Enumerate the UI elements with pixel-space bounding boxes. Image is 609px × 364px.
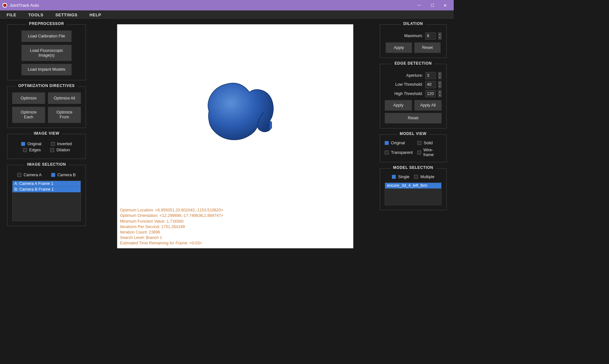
low-threshold-input[interactable] — [425, 81, 436, 88]
list-item[interactable]: B: Camera B Frame 1 — [12, 186, 81, 192]
maximize-button[interactable]: ☐ — [431, 3, 434, 7]
spin-down-icon[interactable]: ▼ — [438, 36, 442, 39]
model-selection-list[interactable]: encore_3d_4_left_fem — [385, 183, 442, 205]
image-view-edges[interactable]: Edges — [23, 148, 41, 153]
spin-down-icon[interactable]: ▼ — [438, 84, 442, 88]
edge-apply-all-button[interactable]: Apply All — [414, 100, 442, 111]
model-view-panel: MODEL VIEW Original Solid Transparent Wi… — [380, 134, 447, 162]
checkbox-icon — [392, 175, 396, 179]
checkbox-icon — [21, 142, 25, 146]
edge-detection-panel: EDGE DETECTION Aperture: ▲▼ Low Threshol… — [380, 64, 447, 129]
aperture-input[interactable] — [425, 72, 436, 79]
edge-reset-button[interactable]: Reset — [385, 113, 442, 123]
checkbox-icon — [51, 142, 55, 146]
dilation-apply-button[interactable]: Apply — [386, 43, 412, 53]
dilation-panel: DILATION Maximum: ▲▼ Apply Reset — [380, 24, 447, 58]
menu-file[interactable]: FILE — [7, 12, 16, 17]
checkbox-icon — [385, 141, 389, 145]
model-view-transparent[interactable]: Transparent — [385, 148, 413, 157]
image-view-dilation[interactable]: Dilation — [50, 148, 70, 153]
spin-down-icon[interactable]: ▼ — [438, 94, 442, 97]
load-calibration-button[interactable]: Load Calibration File — [21, 30, 71, 42]
checkbox-icon — [385, 151, 389, 154]
edge-apply-button[interactable]: Apply — [385, 100, 412, 111]
spin-down-icon[interactable]: ▼ — [438, 75, 442, 79]
status-overlay: Optimum Location: <8.959351,20.602043,-1… — [120, 207, 223, 246]
image-selection-list[interactable]: A: Camera A Frame 1 B: Camera B Frame 1 — [12, 181, 81, 221]
high-threshold-input[interactable] — [425, 90, 436, 97]
image-selection-title: IMAGE SELECTION — [25, 162, 69, 166]
dilation-max-input[interactable] — [425, 32, 436, 39]
image-view-inverted[interactable]: Inverted — [51, 142, 72, 146]
model-view-original[interactable]: Original — [385, 141, 413, 146]
checkbox-icon — [23, 148, 27, 152]
title-bar: JointTrack Auto — ☐ ✕ — [0, 0, 454, 11]
optimize-each-button[interactable]: Optimize Each — [12, 107, 45, 123]
window-title: JointTrack Auto — [10, 3, 39, 8]
high-threshold-label: High Threshold: — [394, 91, 423, 96]
optimization-title: OPTIMIZATION DIRECTIVES — [16, 83, 77, 88]
edge-detection-title: EDGE DETECTION — [392, 61, 434, 65]
viewport-3d[interactable]: Optimum Location: <8.959351,20.602043,-1… — [117, 24, 353, 248]
list-item[interactable]: A: Camera A Frame 1 — [12, 181, 81, 186]
optimize-from-button[interactable]: Optimize From — [48, 107, 81, 123]
aperture-label: Aperture: — [406, 73, 423, 78]
model-view-solid[interactable]: Solid — [418, 141, 442, 146]
image-selection-panel: IMAGE SELECTION Camera A Camera B A: Cam… — [7, 165, 86, 226]
spin-up-icon[interactable]: ▲ — [438, 72, 442, 75]
implant-model-render — [198, 74, 279, 148]
model-selection-title: MODEL SELECTION — [391, 166, 435, 170]
low-threshold-label: Low Threshold: — [395, 82, 423, 87]
preprocessor-panel: PREPROCESSOR Load Calibration File Load … — [7, 24, 86, 80]
load-fluoroscopic-button[interactable]: Load Fluoroscopic Image(s) — [21, 45, 71, 61]
menu-help[interactable]: HELP — [89, 12, 101, 17]
dilation-title: DILATION — [401, 22, 425, 26]
model-view-title: MODEL VIEW — [397, 132, 429, 136]
checkbox-icon — [418, 141, 421, 145]
model-sel-multiple[interactable]: Multiple — [414, 174, 434, 179]
checkbox-icon — [414, 175, 418, 179]
optimization-panel: OPTIMIZATION DIRECTIVES Optimize Optimiz… — [7, 86, 86, 128]
spin-up-icon[interactable]: ▲ — [438, 32, 442, 36]
spin-up-icon[interactable]: ▲ — [438, 81, 442, 84]
menu-tools[interactable]: TOOLS — [28, 12, 44, 17]
preprocessor-title: PREPROCESSOR — [27, 22, 67, 26]
list-item[interactable]: encore_3d_4_left_fem — [385, 183, 441, 188]
optimize-button[interactable]: Optimize — [12, 92, 45, 104]
image-view-original[interactable]: Original — [21, 142, 41, 146]
dilation-max-label: Maximum: — [404, 34, 423, 38]
dilation-reset-button[interactable]: Reset — [414, 43, 441, 53]
image-view-title: IMAGE VIEW — [31, 131, 62, 135]
checkbox-icon — [51, 173, 55, 177]
checkbox-icon — [50, 148, 54, 152]
close-button[interactable]: ✕ — [443, 3, 447, 7]
checkbox-icon — [418, 151, 421, 154]
model-selection-panel: MODEL SELECTION Single Multiple encore_3… — [380, 168, 447, 210]
optimize-all-button[interactable]: Optimize All — [48, 92, 81, 104]
camera-b-check[interactable]: Camera B — [51, 172, 76, 177]
spin-up-icon[interactable]: ▲ — [438, 90, 442, 94]
minimize-button[interactable]: — — [417, 3, 421, 7]
app-icon — [2, 3, 7, 8]
load-implant-button[interactable]: Load Implant Models — [21, 64, 71, 75]
camera-a-check[interactable]: Camera A — [17, 172, 42, 177]
menu-bar: FILE TOOLS SETTINGS HELP — [0, 11, 454, 20]
model-sel-single[interactable]: Single — [392, 174, 410, 179]
image-view-panel: IMAGE VIEW Original Inverted Edges Dilat… — [7, 134, 86, 159]
menu-settings[interactable]: SETTINGS — [55, 12, 77, 17]
checkbox-icon — [17, 173, 21, 177]
model-view-wireframe[interactable]: Wire-frame — [418, 148, 442, 157]
